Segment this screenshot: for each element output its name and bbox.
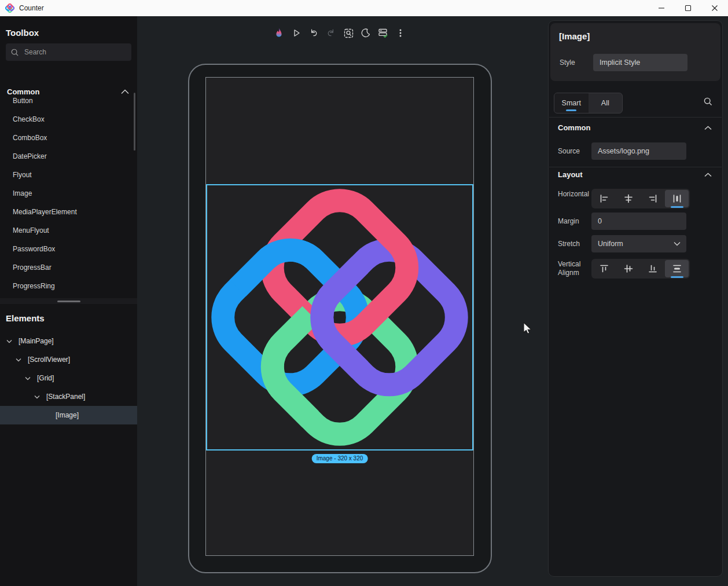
toolbox-item-progressring[interactable]: ProgressRing xyxy=(0,277,132,295)
tree-item-mainpage[interactable]: [MainPage] xyxy=(0,332,137,350)
tree-item-image-selected[interactable]: [Image] xyxy=(0,406,137,424)
redo-icon xyxy=(326,28,336,38)
divider xyxy=(549,167,722,167)
selection-size-badge: Image - 320 x 320 xyxy=(312,454,368,463)
align-center-horizontal-button[interactable] xyxy=(617,190,641,207)
close-button[interactable] xyxy=(701,0,728,16)
title-bar: Counter xyxy=(0,0,728,16)
toolbox-item-combobox[interactable]: ComboBox xyxy=(0,129,132,147)
tab-all[interactable]: All xyxy=(589,93,623,113)
search-icon xyxy=(703,97,713,107)
more-options-button[interactable] xyxy=(392,24,409,42)
elements-tree: [MainPage] [ScrollViewer] [Grid] [StackP… xyxy=(0,332,137,424)
stretch-vertical-button[interactable] xyxy=(665,260,689,277)
align-left-icon xyxy=(599,193,609,204)
align-right-icon xyxy=(648,193,658,204)
redo-button[interactable] xyxy=(322,24,340,42)
logo-image xyxy=(207,185,472,449)
source-label: Source xyxy=(558,147,590,156)
maximize-button[interactable] xyxy=(675,0,701,16)
align-bottom-button[interactable] xyxy=(641,260,665,277)
horizontal-alignment-group xyxy=(591,189,690,208)
tree-item-grid[interactable]: [Grid] xyxy=(0,369,137,387)
hot-design-flame-button[interactable] xyxy=(270,24,288,42)
chevron-down-icon[interactable] xyxy=(23,376,32,380)
align-top-button[interactable] xyxy=(593,260,616,277)
play-icon xyxy=(291,28,302,38)
horizontal-alignment-label: Horizontal xyxy=(558,190,590,199)
toolbox-scrollbar[interactable] xyxy=(134,93,135,151)
toolbox-item-passwordbox[interactable]: PasswordBox xyxy=(0,240,132,258)
stretch-vertical-icon xyxy=(672,263,682,274)
vertical-alignment-label: Vertical Alignm xyxy=(558,260,590,277)
image-selection-box[interactable] xyxy=(206,184,473,451)
moon-icon xyxy=(361,28,371,38)
toolbox-item-flyout[interactable]: Flyout xyxy=(0,166,132,184)
chevron-up-icon xyxy=(704,123,712,132)
toolbox-title: Toolbox xyxy=(6,28,39,38)
undo-icon xyxy=(308,28,319,38)
theme-toggle-button[interactable] xyxy=(357,24,374,42)
align-top-icon xyxy=(599,263,609,274)
connection-status-button[interactable] xyxy=(374,24,392,42)
mouse-cursor xyxy=(523,322,534,336)
minimize-icon xyxy=(658,5,665,12)
align-bottom-icon xyxy=(648,263,658,274)
elements-title: Elements xyxy=(6,313,45,323)
toolbox-item-progressbar[interactable]: ProgressBar xyxy=(0,258,132,277)
inspect-element-button[interactable] xyxy=(340,24,357,42)
undo-button[interactable] xyxy=(305,24,322,42)
splitter-handle xyxy=(57,301,80,302)
selected-indicator xyxy=(671,206,683,208)
design-canvas[interactable]: Image - 320 x 320 [Image] Style Implicit… xyxy=(137,16,728,586)
layout-section-header[interactable]: Layout xyxy=(558,170,712,179)
toolbox-list: Button CheckBox ComboBox DatePicker Flyo… xyxy=(0,91,132,295)
stretch-dropdown[interactable]: Uniform xyxy=(591,235,686,252)
stretch-label: Stretch xyxy=(558,240,590,248)
app-logo-icon xyxy=(5,3,14,13)
chevron-down-icon xyxy=(674,241,681,246)
align-right-button[interactable] xyxy=(641,190,665,207)
chevron-up-icon xyxy=(704,170,712,179)
designer-toolbar xyxy=(270,24,409,42)
device-screen[interactable]: Image - 320 x 320 xyxy=(205,77,474,556)
panel-splitter[interactable] xyxy=(0,298,137,304)
align-center-vertical-button[interactable] xyxy=(617,260,641,277)
align-center-horizontal-icon xyxy=(623,193,634,204)
common-section-header[interactable]: Common xyxy=(558,123,712,132)
selected-element-name: [Image] xyxy=(559,31,590,41)
chevron-down-icon[interactable] xyxy=(32,395,42,399)
app-window: Counter Toolbox Common Button xyxy=(0,0,728,586)
chevron-down-icon[interactable] xyxy=(5,339,14,343)
search-icon xyxy=(10,48,19,57)
margin-label: Margin xyxy=(558,217,590,226)
toolbox-item-menuflyout[interactable]: MenuFlyout xyxy=(0,221,132,240)
play-button[interactable] xyxy=(288,24,305,42)
tree-item-stackpanel[interactable]: [StackPanel] xyxy=(0,387,137,406)
toolbox-item-image[interactable]: Image xyxy=(0,184,132,203)
toolbox-item-button[interactable]: Button xyxy=(0,91,132,110)
selected-indicator xyxy=(671,276,683,278)
server-check-icon xyxy=(377,27,389,39)
margin-input[interactable]: 0 xyxy=(591,213,686,230)
stretch-horizontal-button[interactable] xyxy=(665,190,689,207)
minimize-button[interactable] xyxy=(648,0,675,16)
align-left-button[interactable] xyxy=(593,190,616,207)
left-sidebar: Toolbox Common Button CheckBox ComboBox … xyxy=(0,16,137,586)
style-input[interactable]: Implicit Style xyxy=(593,54,687,71)
selected-element-card: [Image] Style Implicit Style xyxy=(550,23,720,81)
properties-search-button[interactable] xyxy=(703,97,713,109)
style-label: Style xyxy=(560,58,575,67)
tab-smart[interactable]: Smart xyxy=(554,93,589,113)
source-input[interactable]: Assets/logo.png xyxy=(591,142,686,160)
tree-item-scrollviewer[interactable]: [ScrollViewer] xyxy=(0,350,137,369)
toolbox-search[interactable] xyxy=(6,43,131,61)
toolbox-search-input[interactable] xyxy=(24,48,117,56)
device-frame: Image - 320 x 320 xyxy=(188,64,492,573)
toolbox-item-mediaplayerelement[interactable]: MediaPlayerElement xyxy=(0,203,132,221)
toolbox-item-checkbox[interactable]: CheckBox xyxy=(0,110,132,129)
chevron-down-icon[interactable] xyxy=(14,358,23,362)
toolbox-item-datepicker[interactable]: DatePicker xyxy=(0,147,132,166)
align-center-vertical-icon xyxy=(623,263,634,274)
divider xyxy=(549,117,722,118)
